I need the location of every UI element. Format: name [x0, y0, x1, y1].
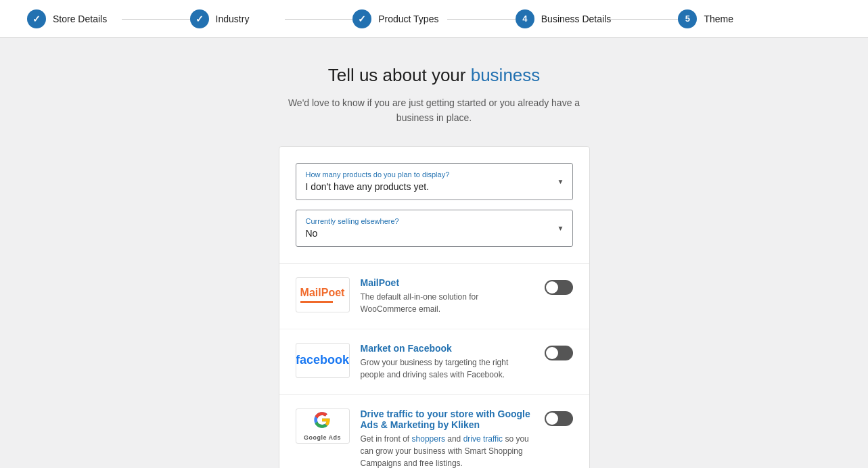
step-label-industry: Industry — [216, 14, 250, 24]
page-subtitle: We'd love to know if you are just gettin… — [285, 95, 583, 126]
facebook-info: Market on Facebook Grow your business by… — [361, 343, 534, 381]
google-ads-name: Drive traffic to your store with Google … — [361, 408, 534, 430]
step-industry[interactable]: Industry — [190, 9, 353, 28]
progress-bar: Store Details Industry Product Types 4 B… — [0, 0, 868, 38]
products-dropdown[interactable]: How many products do you plan to display… — [296, 163, 573, 200]
step-icon-theme: 5 — [678, 9, 697, 28]
plugin-facebook: facebook Market on Facebook Grow your bu… — [279, 329, 589, 395]
facebook-logo: facebook — [296, 343, 350, 378]
business-card: How many products do you plan to display… — [279, 146, 590, 468]
step-theme[interactable]: 5 Theme — [678, 9, 841, 28]
step-business-details[interactable]: 4 Business Details — [516, 9, 679, 28]
mailpoet-name: MailPoet — [361, 277, 534, 288]
facebook-name: Market on Facebook — [361, 343, 534, 354]
mailpoet-logo: MailPoet — [296, 277, 350, 312]
plugins-section: MailPoet MailPoet The default all-in-one… — [279, 264, 589, 468]
step-label-theme: Theme — [704, 14, 733, 24]
facebook-desc: Grow your business by targeting the righ… — [361, 356, 534, 381]
selling-dropdown-arrow: ▼ — [557, 225, 564, 232]
facebook-toggle[interactable] — [545, 346, 573, 360]
step-icon-business-details: 4 — [516, 9, 534, 28]
step-label-store-details: Store Details — [53, 14, 107, 24]
selling-dropdown[interactable]: Currently selling elsewhere? No ▼ — [296, 210, 573, 247]
step-icon-industry — [190, 9, 209, 28]
products-value: I don't have any products yet. — [306, 181, 429, 192]
products-dropdown-arrow: ▼ — [557, 178, 564, 185]
step-product-types[interactable]: Product Types — [352, 9, 516, 28]
step-icon-store-details — [27, 9, 46, 28]
selling-value: No — [306, 228, 318, 239]
plugin-google-ads: Google Ads Drive traffic to your store w… — [279, 395, 589, 468]
step-icon-product-types — [352, 9, 371, 28]
page-title: Tell us about your business — [328, 65, 541, 86]
step-store-details[interactable]: Store Details — [27, 9, 190, 28]
products-label: How many products do you plan to display… — [306, 170, 548, 179]
selling-label: Currently selling elsewhere? — [306, 217, 548, 225]
google-ads-desc: Get in front of shoppers and drive traff… — [361, 433, 534, 468]
field-section: How many products do you plan to display… — [279, 147, 589, 264]
step-label-business-details: Business Details — [541, 14, 612, 24]
mailpoet-toggle[interactable] — [545, 280, 573, 295]
plugin-mailpoet: MailPoet MailPoet The default all-in-one… — [279, 264, 589, 329]
step-label-product-types: Product Types — [378, 14, 438, 24]
main-content: Tell us about your business We'd love to… — [0, 38, 868, 468]
google-ads-info: Drive traffic to your store with Google … — [361, 408, 534, 468]
mailpoet-info: MailPoet The default all-in-one solution… — [361, 277, 534, 315]
google-ads-logo: Google Ads — [296, 408, 350, 444]
mailpoet-desc: The default all-in-one solution for WooC… — [361, 291, 534, 315]
google-ads-toggle[interactable] — [545, 411, 573, 426]
